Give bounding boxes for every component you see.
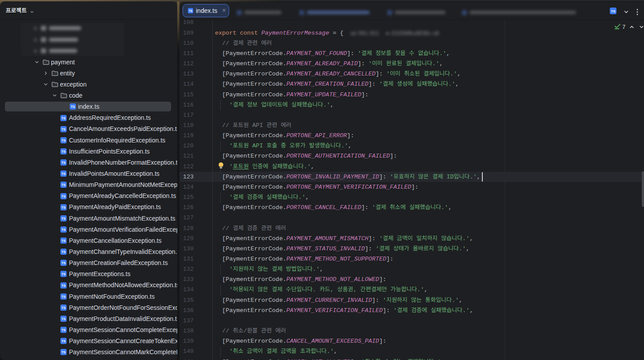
svg-text:TS: TS [62, 295, 66, 299]
svg-text:TS: TS [62, 317, 66, 321]
svg-text:TS: TS [62, 206, 66, 210]
svg-text:TS: TS [62, 161, 66, 165]
svg-text:TS: TS [62, 127, 66, 131]
svg-text:TS: TS [62, 116, 66, 120]
svg-text:TS: TS [62, 239, 66, 243]
svg-text:TS: TS [62, 284, 66, 288]
svg-text:TS: TS [62, 194, 66, 198]
svg-text:TS: TS [62, 228, 66, 232]
svg-text:TS: TS [62, 306, 66, 310]
svg-text:TS: TS [62, 250, 66, 254]
svg-text:TS: TS [189, 9, 192, 12]
svg-text:TS: TS [62, 261, 66, 265]
svg-text:TS: TS [62, 172, 66, 176]
svg-text:TS: TS [611, 9, 615, 13]
svg-text:TS: TS [62, 351, 66, 355]
svg-text:TS: TS [62, 150, 66, 154]
svg-text:TS: TS [62, 183, 66, 187]
svg-text:TS: TS [71, 105, 75, 109]
svg-text:TS: TS [62, 273, 66, 277]
svg-text:TS: TS [62, 340, 66, 344]
svg-text:TS: TS [62, 217, 66, 221]
svg-text:TS: TS [62, 138, 66, 142]
svg-text:TS: TS [62, 328, 66, 332]
